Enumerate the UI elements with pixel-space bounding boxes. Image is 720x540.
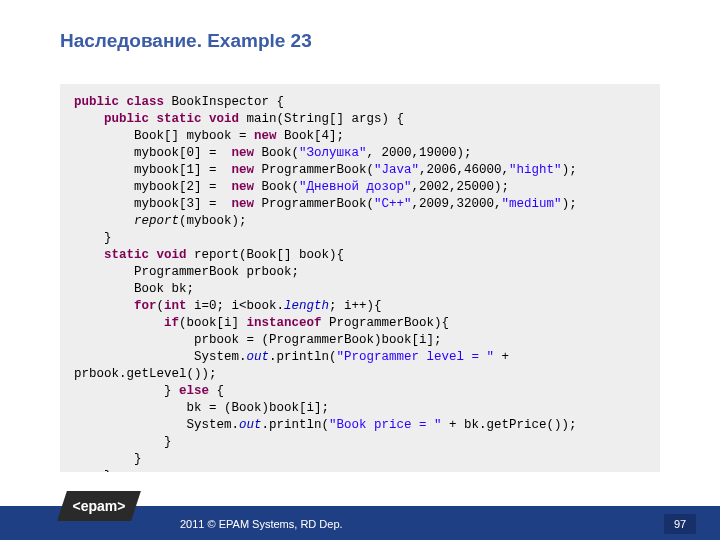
keyword: new	[232, 163, 255, 177]
string: "C++"	[374, 197, 412, 211]
code-text: ProgrammerBook(	[254, 163, 374, 177]
code-text: .println(	[269, 350, 337, 364]
code-text: ; i++){	[329, 299, 382, 313]
slide: Наследование. Example 23 public class Bo…	[0, 0, 720, 540]
slide-title: Наследование. Example 23	[60, 30, 312, 52]
code-text: );	[562, 163, 577, 177]
code-text: prbook.getLevel());	[74, 367, 217, 381]
code-text: Book[4];	[277, 129, 345, 143]
string: "Золушка"	[299, 146, 367, 160]
code-text: Book bk;	[74, 282, 194, 296]
code-text: );	[562, 197, 577, 211]
page-number: 97	[664, 514, 696, 534]
code-text: ProgrammerBook(	[254, 197, 374, 211]
keyword: instanceof	[247, 316, 322, 330]
keyword: public static void	[104, 112, 239, 126]
code-text: (mybook);	[179, 214, 247, 228]
code-text: }	[74, 435, 172, 449]
code-text: bk = (Book)book[i];	[74, 401, 329, 415]
keyword: if	[74, 316, 179, 330]
keyword: else	[179, 384, 209, 398]
code-text: main(String[] args) {	[239, 112, 404, 126]
code-text: (	[157, 299, 165, 313]
keyword: new	[232, 197, 255, 211]
code-text: }	[74, 452, 142, 466]
string: "Дневной дозор"	[299, 180, 412, 194]
code-text: {	[209, 384, 224, 398]
code-text: report(Book[] book){	[187, 248, 345, 262]
epam-logo: <epam>	[57, 491, 141, 521]
code-text: mybook[3] =	[74, 197, 232, 211]
code-text: prbook = (ProgrammerBook)book[i];	[74, 333, 442, 347]
keyword: int	[164, 299, 187, 313]
code-text: ProgrammerBook prbook;	[74, 265, 299, 279]
method-call: report	[74, 214, 179, 228]
code-text: BookInspector {	[164, 95, 284, 109]
code-text: ,2009,32000,	[412, 197, 502, 211]
code-text: Book[] mybook =	[74, 129, 254, 143]
field: out	[239, 418, 262, 432]
keyword: public class	[74, 95, 164, 109]
code-text: .println(	[262, 418, 330, 432]
field: length	[284, 299, 329, 313]
field: out	[247, 350, 270, 364]
keyword: new	[254, 129, 277, 143]
string: "Book price = "	[329, 418, 442, 432]
code-text: ,2006,46000,	[419, 163, 509, 177]
code-text: mybook[0] =	[74, 146, 232, 160]
keyword: static void	[74, 248, 187, 262]
code-text: ProgrammerBook){	[322, 316, 450, 330]
logo-text: <epam>	[62, 491, 136, 521]
code-text: }	[74, 469, 112, 472]
string: "hight"	[509, 163, 562, 177]
string: "Programmer level = "	[337, 350, 495, 364]
code-text: i=0; i<book.	[187, 299, 285, 313]
code-text: Book(	[254, 146, 299, 160]
code-text: +	[494, 350, 517, 364]
keyword: for	[74, 299, 157, 313]
code-text: }	[74, 231, 112, 245]
string: "medium"	[502, 197, 562, 211]
code-text: System.	[74, 418, 239, 432]
keyword: new	[232, 180, 255, 194]
footer-text: 2011 © EPAM Systems, RD Dep.	[180, 518, 343, 530]
code-text: , 2000,19000);	[367, 146, 472, 160]
code-block: public class BookInspector { public stat…	[60, 84, 660, 472]
code-text: mybook[2] =	[74, 180, 232, 194]
code-text: mybook[1] =	[74, 163, 232, 177]
code-text: Book(	[254, 180, 299, 194]
code-text: }	[74, 384, 179, 398]
code-text: System.	[74, 350, 247, 364]
code-text: (book[i]	[179, 316, 247, 330]
keyword: new	[232, 146, 255, 160]
string: "Java"	[374, 163, 419, 177]
code-text: + bk.getPrice());	[442, 418, 577, 432]
code-text: ,2002,25000);	[412, 180, 510, 194]
